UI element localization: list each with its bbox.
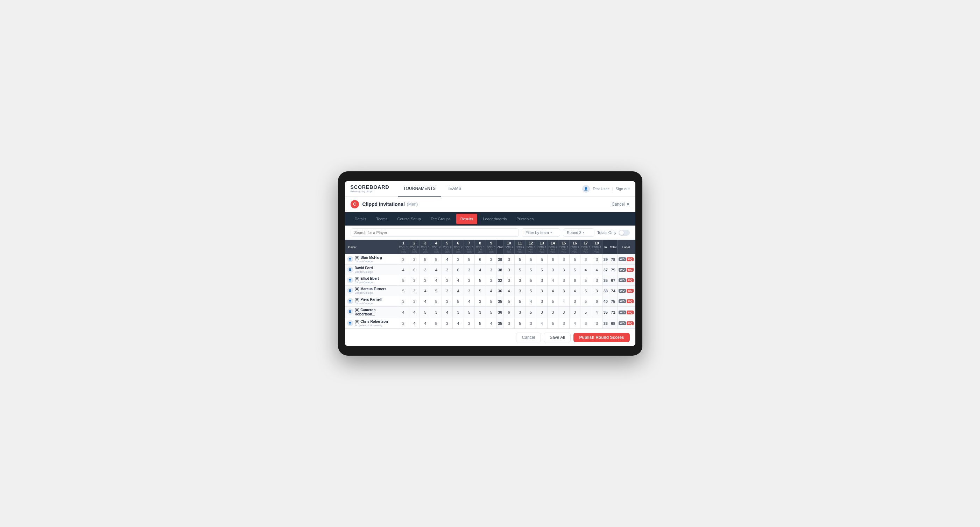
nav-tournaments[interactable]: TOURNAMENTS [398,181,441,197]
score-hole-15[interactable]: 3 [558,275,569,286]
score-hole-1[interactable]: 3 [398,318,409,329]
nav-teams[interactable]: TEAMS [441,181,467,197]
score-hole-18[interactable]: 3 [591,318,602,329]
score-hole-16[interactable]: 5 [569,254,580,265]
score-hole-6[interactable]: 5 [453,296,464,307]
score-hole-10[interactable]: 3 [503,318,514,329]
wd-badge[interactable]: WD [619,299,626,303]
score-hole-11[interactable]: 5 [514,296,525,307]
score-hole-9[interactable]: 3 [486,265,496,275]
score-hole-13[interactable]: 4 [536,318,547,329]
score-hole-9[interactable]: 3 [486,254,496,265]
score-hole-1[interactable]: 4 [398,307,409,318]
score-hole-13[interactable]: 5 [536,265,547,275]
score-hole-16[interactable]: 4 [569,318,580,329]
cancel-tournament-btn[interactable]: Cancel ✕ [612,202,629,207]
score-hole-1[interactable]: 3 [398,296,409,307]
tab-results[interactable]: Results [456,214,477,224]
score-hole-4[interactable]: 4 [431,275,442,286]
dq-badge[interactable]: DQ [627,278,634,282]
score-hole-12[interactable]: 5 [525,265,536,275]
score-hole-15[interactable]: 3 [558,254,569,265]
wd-badge[interactable]: WD [619,311,626,314]
dq-badge[interactable]: DQ [627,268,634,272]
score-hole-16[interactable]: 6 [569,275,580,286]
score-hole-6[interactable]: 4 [453,286,464,296]
search-input[interactable] [351,229,519,237]
dq-badge[interactable]: DQ [627,289,634,293]
score-hole-10[interactable]: 6 [503,307,514,318]
score-hole-4[interactable]: 3 [431,307,442,318]
score-hole-11[interactable]: 3 [514,286,525,296]
score-hole-13[interactable]: 3 [536,296,547,307]
score-hole-7[interactable]: 3 [464,318,474,329]
score-hole-10[interactable]: 3 [503,275,514,286]
score-hole-17[interactable]: 5 [580,275,591,286]
score-hole-10[interactable]: 3 [503,265,514,275]
score-hole-1[interactable]: 5 [398,275,409,286]
score-hole-3[interactable]: 3 [420,275,431,286]
sign-out-link[interactable]: Sign out [616,187,629,191]
score-hole-3[interactable]: 4 [420,286,431,296]
score-hole-16[interactable]: 3 [569,296,580,307]
score-hole-15[interactable]: 3 [558,307,569,318]
publish-round-scores-button[interactable]: Publish Round Scores [573,333,629,342]
wd-badge[interactable]: WD [619,268,626,272]
score-hole-3[interactable]: 5 [420,254,431,265]
score-hole-12[interactable]: 4 [525,296,536,307]
score-hole-14[interactable]: 5 [547,318,558,329]
score-hole-9[interactable]: 5 [486,296,496,307]
score-hole-4[interactable]: 5 [431,286,442,296]
score-hole-6[interactable]: 6 [453,265,464,275]
score-hole-16[interactable]: 4 [569,286,580,296]
score-hole-14[interactable]: 3 [547,265,558,275]
score-hole-8[interactable]: 3 [475,307,486,318]
score-hole-7[interactable]: 5 [464,307,474,318]
score-hole-15[interactable]: 3 [558,265,569,275]
score-hole-14[interactable]: 6 [547,254,558,265]
score-hole-7[interactable]: 3 [464,286,474,296]
save-all-button[interactable]: Save All [544,333,571,342]
score-hole-14[interactable]: 5 [547,296,558,307]
score-hole-5[interactable]: 4 [442,254,453,265]
tab-teams[interactable]: Teams [372,214,391,224]
score-hole-2[interactable]: 3 [409,254,420,265]
score-hole-8[interactable]: 3 [475,296,486,307]
score-hole-5[interactable]: 3 [442,318,453,329]
round-dropdown[interactable]: Round 3 ▾ [563,229,595,237]
score-hole-12[interactable]: 3 [525,318,536,329]
score-hole-5[interactable]: 3 [442,286,453,296]
score-hole-15[interactable]: 3 [558,286,569,296]
score-hole-8[interactable]: 5 [475,318,486,329]
score-hole-14[interactable]: 4 [547,286,558,296]
score-hole-1[interactable]: 3 [398,254,409,265]
score-hole-17[interactable]: 5 [580,296,591,307]
score-hole-8[interactable]: 6 [475,254,486,265]
score-hole-10[interactable]: 4 [503,286,514,296]
score-hole-6[interactable]: 3 [453,254,464,265]
score-hole-12[interactable]: 5 [525,307,536,318]
score-hole-5[interactable]: 3 [442,296,453,307]
score-hole-2[interactable]: 4 [409,318,420,329]
score-hole-3[interactable]: 4 [420,296,431,307]
score-hole-11[interactable]: 3 [514,307,525,318]
score-hole-6[interactable]: 3 [453,307,464,318]
score-hole-7[interactable]: 3 [464,275,474,286]
totals-only-toggle[interactable]: Totals Only [597,230,629,236]
score-hole-14[interactable]: 3 [547,307,558,318]
score-hole-11[interactable]: 5 [514,254,525,265]
score-hole-17[interactable]: 3 [580,318,591,329]
tab-details[interactable]: Details [351,214,371,224]
score-hole-3[interactable]: 3 [420,265,431,275]
filter-team-dropdown[interactable]: Filter by team ▾ [522,229,560,237]
score-hole-17[interactable]: 5 [580,286,591,296]
score-hole-2[interactable]: 3 [409,296,420,307]
score-hole-4[interactable]: 4 [431,265,442,275]
score-hole-7[interactable]: 4 [464,296,474,307]
score-hole-17[interactable]: 3 [580,254,591,265]
score-hole-12[interactable]: 5 [525,254,536,265]
dq-badge[interactable]: DQ [627,299,634,303]
score-hole-13[interactable]: 3 [536,307,547,318]
score-hole-17[interactable]: 5 [580,307,591,318]
score-hole-1[interactable]: 5 [398,286,409,296]
